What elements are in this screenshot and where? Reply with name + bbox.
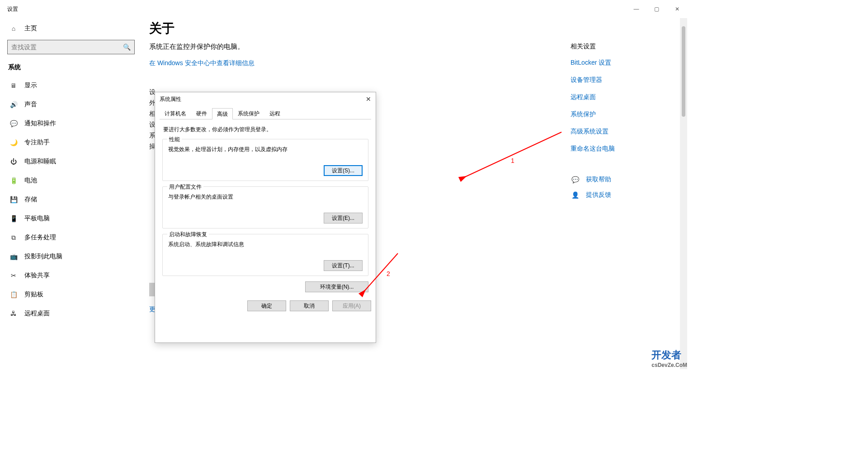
sidebar-item-icon: ✂ — [9, 272, 18, 279]
sidebar-item-label: 通知和操作 — [24, 119, 56, 128]
related-link-3[interactable]: 系统保护 — [571, 110, 682, 119]
person-icon: 👤 — [571, 191, 580, 199]
sidebar-item-label: 声音 — [24, 100, 37, 109]
maximize-button[interactable]: ▢ — [646, 0, 667, 18]
related-link-1[interactable]: 设备管理器 — [571, 76, 682, 84]
sidebar-item-10[interactable]: ✂体验共享 — [7, 266, 133, 285]
sidebar-item-label: 多任务处理 — [24, 233, 56, 242]
search-icon: 🔍 — [123, 43, 131, 51]
admin-note: 要进行大多数更改，你必须作为管理员登录。 — [163, 126, 368, 133]
related-link-0[interactable]: BitLocker 设置 — [571, 59, 682, 67]
startup-desc: 系统启动、系统故障和调试信息 — [168, 241, 363, 248]
sidebar-item-label: 显示 — [24, 81, 37, 90]
performance-title: 性能 — [167, 136, 182, 143]
watermark: 开发者 csDevZe.CoM — [651, 348, 687, 368]
sidebar-item-icon: ⏻ — [9, 158, 18, 165]
sidebar-item-label: 专注助手 — [24, 138, 50, 147]
startup-title: 启动和故障恢复 — [167, 231, 209, 238]
user-profile-settings-button[interactable]: 设置(E)... — [324, 213, 363, 223]
cancel-button[interactable]: 取消 — [290, 300, 329, 311]
user-profile-group: 用户配置文件 与登录帐户相关的桌面设置 设置(E)... — [162, 186, 368, 228]
feedback-label: 提供反馈 — [586, 191, 611, 199]
sidebar-item-8[interactable]: ⧉多任务处理 — [7, 228, 133, 247]
window-titlebar: 设置 — ▢ ✕ — [0, 0, 687, 18]
search-field[interactable] — [11, 43, 123, 51]
sidebar-item-label: 体验共享 — [24, 271, 50, 280]
vertical-scrollbar[interactable] — [680, 18, 687, 369]
sidebar-item-2[interactable]: 💬通知和操作 — [7, 114, 133, 133]
sidebar-item-7[interactable]: 📱平板电脑 — [7, 209, 133, 228]
related-link-5[interactable]: 重命名这台电脑 — [571, 145, 682, 153]
startup-settings-button[interactable]: 设置(T)... — [324, 260, 363, 271]
sidebar-item-4[interactable]: ⏻电源和睡眠 — [7, 152, 133, 171]
sidebar-item-label: 平板电脑 — [24, 214, 50, 223]
sidebar-item-label: 投影到此电脑 — [24, 252, 62, 261]
related-settings-pane: 相关设置 BitLocker 设置设备管理器远程桌面系统保护高级系统设置重命名这… — [565, 18, 687, 369]
sidebar-item-label: 电池 — [24, 176, 37, 185]
sidebar-item-icon: 🌙 — [9, 139, 18, 146]
user-profile-desc: 与登录帐户相关的桌面设置 — [168, 193, 363, 201]
dialog-tabs: 计算机名硬件高级系统保护远程 — [160, 108, 371, 119]
sidebar-item-icon: 💾 — [9, 196, 18, 203]
dialog-close-icon[interactable]: ✕ — [366, 95, 371, 103]
window-controls: — ▢ ✕ — [626, 0, 687, 18]
system-properties-dialog: 系统属性 ✕ 计算机名硬件高级系统保护远程 要进行大多数更改，你必须作为管理员登… — [155, 92, 376, 343]
home-label: 主页 — [24, 24, 37, 33]
help-label: 获取帮助 — [586, 176, 611, 184]
tab-0[interactable]: 计算机名 — [160, 108, 191, 119]
dialog-footer: 确定 取消 应用(A) — [155, 297, 376, 315]
minimize-button[interactable]: — — [626, 0, 646, 18]
sidebar-item-11[interactable]: 📋剪贴板 — [7, 285, 133, 304]
sidebar-item-label: 存储 — [24, 195, 37, 204]
dialog-title: 系统属性 — [160, 95, 181, 103]
performance-settings-button[interactable]: 设置(S)... — [324, 165, 363, 176]
watermark-big: 开发者 — [651, 349, 681, 361]
sidebar-item-1[interactable]: 🔊声音 — [7, 95, 133, 114]
sidebar-item-3[interactable]: 🌙专注助手 — [7, 133, 133, 152]
page-title: 关于 — [149, 20, 556, 37]
sidebar-item-9[interactable]: 📺投影到此电脑 — [7, 247, 133, 266]
sidebar-item-icon: 📱 — [9, 215, 18, 222]
user-profile-title: 用户配置文件 — [167, 183, 203, 191]
apply-button[interactable]: 应用(A) — [332, 300, 371, 311]
sidebar-item-label: 电源和睡眠 — [24, 157, 56, 166]
sidebar-item-icon: 💬 — [9, 120, 18, 127]
tab-2[interactable]: 高级 — [212, 108, 233, 119]
close-button[interactable]: ✕ — [667, 0, 687, 18]
home-link[interactable]: ⌂ 主页 — [7, 18, 133, 37]
get-help-link[interactable]: 💬 获取帮助 — [571, 176, 682, 184]
scrollbar-thumb[interactable] — [682, 26, 685, 117]
tab-1[interactable]: 硬件 — [191, 108, 212, 119]
sidebar-item-label: 远程桌面 — [24, 309, 50, 318]
sidebar-item-icon: 🔋 — [9, 177, 18, 184]
sidebar-item-label: 剪贴板 — [24, 290, 43, 299]
watermark-small: csDevZe.CoM — [651, 362, 687, 368]
sidebar-item-5[interactable]: 🔋电池 — [7, 171, 133, 190]
tab-3[interactable]: 系统保护 — [233, 108, 264, 119]
tab-4[interactable]: 远程 — [264, 108, 285, 119]
related-link-4[interactable]: 高级系统设置 — [571, 128, 682, 136]
feedback-link[interactable]: 👤 提供反馈 — [571, 191, 682, 199]
sidebar-item-0[interactable]: 🖥显示 — [7, 76, 133, 95]
chat-icon: 💬 — [571, 176, 580, 183]
sidebar: ⌂ 主页 🔍 系统 🖥显示🔊声音💬通知和操作🌙专注助手⏻电源和睡眠🔋电池💾存储📱… — [0, 18, 140, 369]
search-input[interactable]: 🔍 — [7, 40, 135, 54]
sidebar-item-icon: 🖧 — [9, 310, 18, 317]
sidebar-item-6[interactable]: 💾存储 — [7, 190, 133, 209]
sidebar-item-icon: 🖥 — [9, 82, 18, 89]
startup-group: 启动和故障恢复 系统启动、系统故障和调试信息 设置(T)... — [162, 234, 368, 276]
related-link-2[interactable]: 远程桌面 — [571, 93, 682, 101]
sidebar-item-icon: 🔊 — [9, 101, 18, 108]
security-center-link[interactable]: 在 Windows 安全中心中查看详细信息 — [149, 59, 556, 67]
sidebar-item-icon: 📋 — [9, 291, 18, 298]
dialog-titlebar: 系统属性 ✕ — [155, 92, 376, 106]
environment-variables-button[interactable]: 环境变量(N)... — [305, 281, 368, 292]
protect-line: 系统正在监控并保护你的电脑。 — [149, 43, 556, 51]
sidebar-item-icon: 📺 — [9, 253, 18, 260]
home-icon: ⌂ — [9, 25, 18, 32]
related-title: 相关设置 — [571, 43, 682, 51]
ok-button[interactable]: 确定 — [247, 300, 286, 311]
performance-group: 性能 视觉效果，处理器计划，内存使用，以及虚拟内存 设置(S)... — [162, 139, 368, 181]
sidebar-item-12[interactable]: 🖧远程桌面 — [7, 304, 133, 323]
sidebar-item-icon: ⧉ — [9, 234, 18, 242]
